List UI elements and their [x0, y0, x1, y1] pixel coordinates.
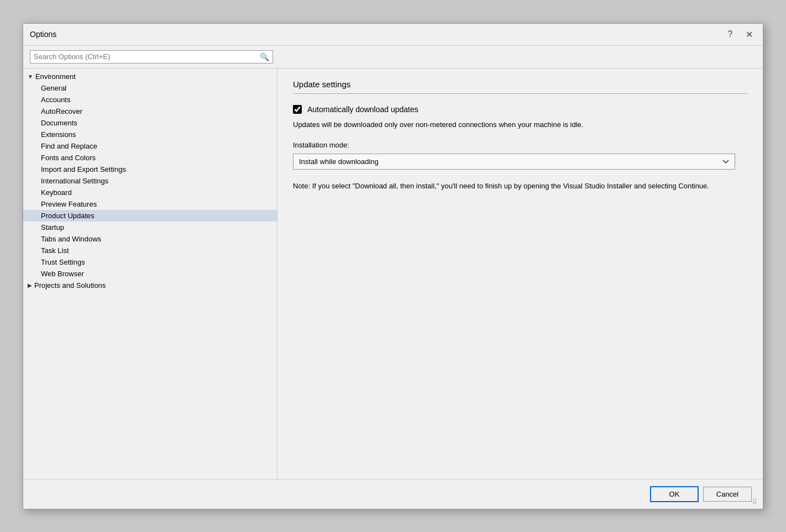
title-bar: Options ? ✕	[23, 24, 763, 46]
title-bar-controls: ? ✕	[723, 27, 756, 41]
tree-item-extensions[interactable]: Extensions	[23, 129, 277, 140]
auto-download-label[interactable]: Automatically download updates	[307, 105, 418, 114]
search-container: 🔍	[30, 50, 273, 64]
tree-item-trust-settings[interactable]: Trust Settings	[23, 256, 277, 268]
search-icon: 🔍	[260, 52, 269, 61]
tree-item-international[interactable]: International Settings	[23, 175, 277, 187]
tree-item-preview-features[interactable]: Preview Features	[23, 198, 277, 210]
tree-item-tabs-windows[interactable]: Tabs and Windows	[23, 233, 277, 245]
section-title: Update settings	[293, 80, 747, 94]
right-panel: Update settings Automatically download u…	[277, 69, 763, 479]
tree-item-label-keyboard: Keyboard	[41, 188, 72, 197]
tree-item-label-import-export: Import and Export Settings	[41, 165, 126, 173]
dialog-body: 🔍 ▼ EnvironmentGeneralAccountsAutoRecove…	[23, 46, 763, 479]
tree-item-label-tabs-windows: Tabs and Windows	[41, 235, 101, 243]
tree-item-autorecover[interactable]: AutoRecover	[23, 106, 277, 117]
note-text: Note: If you select "Download all, then …	[293, 181, 735, 192]
search-input[interactable]	[34, 52, 260, 61]
tree-item-label-task-list: Task List	[41, 246, 69, 255]
help-button[interactable]: ?	[723, 27, 737, 41]
tree-item-label-extensions: Extensions	[41, 130, 76, 139]
tree-item-label-accounts: Accounts	[41, 96, 70, 104]
tree-item-keyboard[interactable]: Keyboard	[23, 187, 277, 198]
dialog-footer: OK Cancel	[23, 479, 763, 509]
tree-item-accounts[interactable]: Accounts	[23, 94, 277, 106]
tree-item-find-replace[interactable]: Find and Replace	[23, 140, 277, 152]
checkbox-row: Automatically download updates	[293, 105, 747, 114]
tree-item-documents[interactable]: Documents	[23, 117, 277, 129]
tree-view[interactable]: ▼ EnvironmentGeneralAccountsAutoRecoverD…	[23, 69, 277, 479]
cancel-button[interactable]: Cancel	[703, 487, 752, 502]
tree-item-label-preview-features: Preview Features	[41, 200, 97, 208]
search-bar: 🔍	[23, 46, 763, 69]
tree-item-projects-solutions[interactable]: ▶ Projects and Solutions	[23, 280, 277, 291]
tree-item-task-list[interactable]: Task List	[23, 245, 277, 256]
content-area: ▼ EnvironmentGeneralAccountsAutoRecoverD…	[23, 69, 763, 479]
dialog-title: Options	[30, 30, 56, 39]
auto-download-checkbox[interactable]	[293, 105, 302, 114]
tree-item-general[interactable]: General	[23, 82, 277, 94]
tree-item-label-web-browser: Web Browser	[41, 270, 84, 278]
tree-item-product-updates[interactable]: Product Updates	[23, 210, 277, 222]
tree-item-label-find-replace: Find and Replace	[41, 142, 97, 150]
installation-mode-dropdown[interactable]: Install while downloadingDownload all, t…	[293, 154, 735, 170]
dropdown-container: Install while downloadingDownload all, t…	[293, 154, 735, 170]
tree-item-environment[interactable]: ▼ Environment	[23, 71, 277, 82]
tree-item-import-export[interactable]: Import and Export Settings	[23, 164, 277, 175]
close-button[interactable]: ✕	[742, 27, 756, 41]
resize-grip[interactable]: ⠿	[752, 498, 761, 507]
tree-item-startup[interactable]: Startup	[23, 222, 277, 233]
ok-button[interactable]: OK	[650, 486, 699, 502]
options-dialog: Options ? ✕ 🔍 ▼ EnvironmentGene	[23, 23, 763, 509]
installation-mode-label: Installation mode:	[293, 141, 747, 149]
environment-arrow-icon: ▼	[28, 73, 33, 80]
tree-item-web-browser[interactable]: Web Browser	[23, 268, 277, 280]
tree-item-label-fonts-colors: Fonts and Colors	[41, 154, 96, 162]
tree-item-label-trust-settings: Trust Settings	[41, 258, 85, 266]
description-text: Updates will be downloaded only over non…	[293, 119, 713, 130]
tree-item-label-documents: Documents	[41, 119, 77, 127]
tree-item-label-international: International Settings	[41, 177, 108, 185]
tree-item-label-startup: Startup	[41, 223, 64, 231]
tree-item-fonts-colors[interactable]: Fonts and Colors	[23, 152, 277, 164]
projects-solutions-arrow-icon: ▶	[28, 282, 32, 288]
left-panel: ▼ EnvironmentGeneralAccountsAutoRecoverD…	[23, 69, 277, 479]
tree-item-label-autorecover: AutoRecover	[41, 107, 82, 115]
tree-item-label-environment: Environment	[35, 72, 76, 81]
tree-item-label-general: General	[41, 84, 66, 92]
tree-item-label-product-updates: Product Updates	[41, 212, 95, 220]
tree-item-label-projects-solutions: Projects and Solutions	[34, 281, 106, 289]
